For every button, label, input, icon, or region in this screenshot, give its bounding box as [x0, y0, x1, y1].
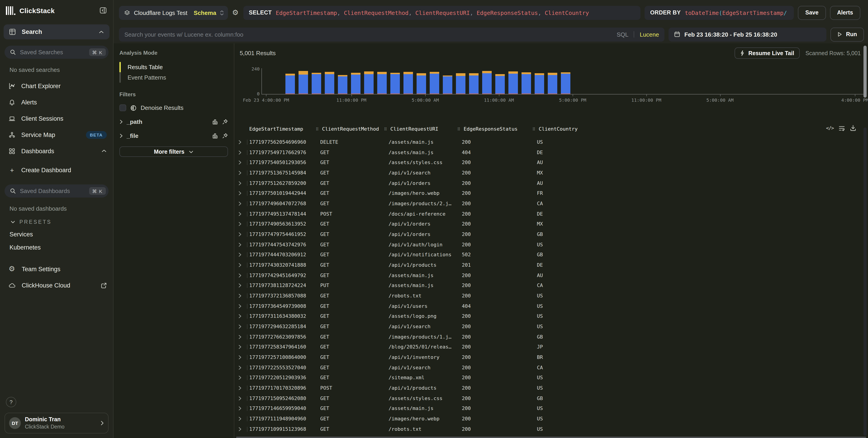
select-clause-input[interactable]: SELECT EdgeStartTimestamp, ClientRequest…	[243, 6, 641, 20]
sidebar-item-client-sessions[interactable]: Client Sessions	[0, 110, 113, 127]
sidebar-item-dashboards[interactable]: Dashboards	[0, 143, 113, 159]
sidebar-item-team-settings[interactable]: ⚙ Team Settings	[0, 261, 113, 277]
histogram-bar[interactable]	[508, 71, 518, 94]
histogram-bar[interactable]	[390, 73, 400, 94]
histogram-bar[interactable]	[416, 73, 426, 94]
expand-row-chevron-icon[interactable]	[238, 416, 242, 421]
histogram-bar[interactable]	[495, 74, 505, 94]
download-icon[interactable]	[850, 125, 856, 131]
histogram-bar[interactable]	[285, 74, 295, 94]
histogram-bar[interactable]	[430, 72, 439, 94]
histogram-bar[interactable]	[299, 71, 308, 94]
expand-row-chevron-icon[interactable]	[238, 252, 242, 257]
order-by-input[interactable]: ORDER BY toDateTime(EdgeStartTimestamp /	[645, 6, 794, 20]
histogram-bar[interactable]	[561, 72, 570, 94]
sidebar-item-chart-explorer[interactable]: Chart Explorer	[0, 78, 113, 94]
table-row[interactable]: 1771977258347964160 GET /blog/2025/01/re…	[234, 342, 863, 352]
lucene-toggle[interactable]: Lucene	[640, 31, 659, 38]
table-row[interactable]: 1771977562054696960 DELETE /assets/main.…	[234, 137, 863, 147]
table-row[interactable]: 1771977447543742976 GET /api/v1/auth/log…	[234, 239, 863, 249]
create-dashboard-button[interactable]: + Create Dashboard	[0, 162, 113, 178]
column-header[interactable]: ClientCountry	[539, 126, 578, 132]
table-row[interactable]: 1771977429451649792 GET /assets/main.js …	[234, 270, 863, 280]
results-table[interactable]: 1771977562054696960 DELETE /assets/main.…	[234, 137, 863, 438]
table-row[interactable]: 1771977150952462080 GET /assets/styles.c…	[234, 393, 863, 403]
filter-field-path[interactable]: _path	[119, 119, 228, 125]
expand-row-chevron-icon[interactable]	[238, 222, 242, 227]
table-row[interactable]: 1771977225553527040 GET /api/v1/search 2…	[234, 363, 863, 373]
histogram-bar[interactable]	[469, 73, 478, 94]
sidebar-item-alerts[interactable]: Alerts	[0, 94, 113, 110]
expand-row-chevron-icon[interactable]	[238, 273, 242, 278]
run-button[interactable]: Run	[831, 27, 864, 41]
table-row[interactable]: 1771977512627859200 GET /api/v1/orders 2…	[234, 178, 863, 188]
expand-row-chevron-icon[interactable]	[238, 365, 242, 370]
table-row[interactable]: 1771977220512903936 GET /sitemap.xml 200…	[234, 373, 863, 383]
preset-item-kubernetes[interactable]: Kubernetes	[9, 244, 113, 251]
more-filters-button[interactable]: More filters	[119, 146, 228, 157]
expand-row-chevron-icon[interactable]	[238, 406, 242, 411]
table-row[interactable]: 1771977501019442944 GET /images/hero.web…	[234, 188, 863, 198]
expand-row-chevron-icon[interactable]	[238, 211, 242, 216]
table-row[interactable]: 1771977479754461952 GET /api/v1/orders 2…	[234, 229, 863, 239]
table-row[interactable]: 1771977109915123968 GET /robots.txt 200 …	[234, 424, 863, 434]
expand-row-chevron-icon[interactable]	[238, 160, 242, 165]
column-drag-handle-icon[interactable]: ⠿	[384, 127, 387, 132]
expand-row-chevron-icon[interactable]	[238, 345, 242, 350]
expand-row-chevron-icon[interactable]	[238, 355, 242, 360]
mode-event-patterns[interactable]: Event Patterns	[119, 72, 228, 83]
expand-row-chevron-icon[interactable]	[238, 385, 242, 391]
histogram-chart[interactable]: 240 0 Feb 23 4:00:00 PM11:00:00 PM5:00:0…	[234, 64, 868, 106]
histogram-bar[interactable]	[443, 75, 452, 94]
table-row[interactable]: 1771977549717662976 GET /assets/main.js …	[234, 147, 863, 157]
histogram-bar[interactable]	[325, 72, 334, 94]
expand-row-chevron-icon[interactable]	[238, 170, 242, 175]
column-header[interactable]: EdgeResponseStatus	[464, 126, 518, 132]
pin-icon[interactable]	[222, 119, 228, 125]
saved-dashboards-input[interactable]: Saved Dashboards ⌘ K	[4, 184, 108, 198]
expand-row-chevron-icon[interactable]	[238, 304, 242, 308]
column-header[interactable]: EdgeStartTimestamp	[249, 126, 303, 132]
vertical-scrollbar-thumb[interactable]	[864, 46, 867, 98]
date-range-picker[interactable]: Feb 23 16:38:20 - Feb 25 16:38:20	[669, 27, 827, 41]
histogram-bar[interactable]	[364, 71, 374, 94]
collapse-sidebar-icon[interactable]	[99, 7, 107, 14]
histogram-bar[interactable]	[482, 71, 492, 94]
table-row[interactable]: 1771977444703206912 GET /api/v1/notifica…	[234, 250, 863, 260]
histogram-bar[interactable]	[338, 75, 347, 94]
expand-row-chevron-icon[interactable]	[238, 375, 242, 380]
table-row[interactable]: 1771977540501293056 GET /assets/styles.c…	[234, 158, 863, 168]
sidebar-item-clickhouse-cloud[interactable]: ClickHouse Cloud	[0, 277, 113, 293]
column-drag-handle-icon[interactable]: ⠿	[457, 127, 460, 132]
chevron-up-icon[interactable]	[99, 30, 104, 34]
expand-row-chevron-icon[interactable]	[238, 150, 242, 155]
histogram-bar[interactable]	[535, 73, 544, 94]
expand-row-chevron-icon[interactable]	[238, 396, 242, 401]
table-row[interactable]: 1771977146659959040 GET /assets/main.js …	[234, 403, 863, 413]
expand-row-chevron-icon[interactable]	[238, 293, 242, 298]
vertical-scrollbar-track[interactable]	[864, 128, 867, 436]
table-row[interactable]: 1771977495137478144 POST /docs/api-refer…	[234, 209, 863, 219]
user-card[interactable]: DT Dominic Tran ClickStack Demo	[4, 413, 108, 434]
expand-row-chevron-icon[interactable]	[238, 283, 242, 288]
chevron-right-icon[interactable]	[119, 133, 123, 138]
histogram-bar[interactable]	[377, 72, 387, 94]
alerts-button[interactable]: Alerts	[830, 6, 860, 20]
table-row[interactable]: 1771977276623097856 GET /images/products…	[234, 332, 863, 342]
table-row[interactable]: 1771977513675145984 GET /api/v1/search 2…	[234, 168, 863, 178]
expand-row-chevron-icon[interactable]	[238, 314, 242, 319]
expand-row-chevron-icon[interactable]	[238, 191, 242, 196]
expand-row-chevron-icon[interactable]	[238, 324, 242, 329]
table-row[interactable]: 1771977490563613952 GET /api/v1/orders 2…	[234, 219, 863, 229]
table-row[interactable]: 1771977311634380032 GET /assets/logo.png…	[234, 311, 863, 322]
column-drag-handle-icon[interactable]: ⠿	[316, 127, 319, 132]
histogram-bar[interactable]	[456, 73, 465, 94]
mode-results-table[interactable]: Results Table	[119, 62, 228, 72]
resume-live-tail-button[interactable]: Resume Live Tail	[735, 47, 800, 59]
query-settings-gear-icon[interactable]: ⚙	[232, 9, 239, 16]
expand-row-chevron-icon[interactable]	[238, 334, 242, 339]
preset-item-services[interactable]: Services	[9, 231, 113, 238]
sidebar-item-service-map[interactable]: Service Map BETA	[0, 127, 113, 143]
table-row[interactable]: 1771977430320741888 GET /api/v1/products…	[234, 260, 863, 270]
event-search-input[interactable]: Search your events w/ Lucene ex. column:…	[119, 27, 664, 41]
